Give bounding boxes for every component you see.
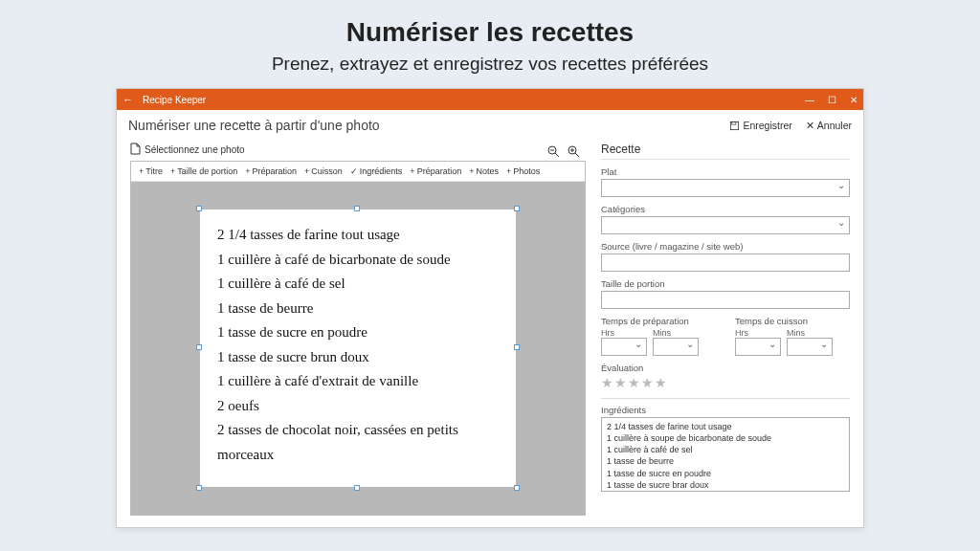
cancel-label: Annuler bbox=[817, 120, 852, 131]
plus-icon: + bbox=[139, 166, 144, 176]
page-title: Numériser une recette à partir d'une pho… bbox=[128, 118, 729, 133]
ingredients-label: Ingrédients bbox=[601, 398, 850, 415]
add-titre-button[interactable]: +Titre bbox=[139, 166, 163, 176]
photo-canvas[interactable]: 2 1/4 tasses de farine tout usage 1 cuil… bbox=[131, 182, 585, 515]
cook-mins-select[interactable] bbox=[787, 338, 833, 356]
crop-handle[interactable] bbox=[514, 206, 520, 211]
plus-icon: + bbox=[304, 166, 309, 176]
cook-hrs-select[interactable] bbox=[735, 338, 781, 356]
categories-label: Catégories bbox=[601, 204, 850, 214]
recipe-line: 2 tasses de chocolat noir, cassées en pe… bbox=[217, 418, 499, 467]
crop-handle[interactable] bbox=[196, 485, 202, 491]
close-button[interactable]: ✕ bbox=[850, 95, 858, 105]
ingredients-textarea[interactable]: 2 1/4 tasses de farine tout usage 1 cuil… bbox=[601, 417, 850, 492]
categories-select[interactable] bbox=[601, 216, 850, 234]
crop-handle[interactable] bbox=[514, 485, 520, 491]
portion-label: Taille de portion bbox=[601, 278, 850, 289]
mins-label: Mins bbox=[653, 328, 699, 338]
app-window: ← Recipe Keeper — ☐ ✕ Numériser une rece… bbox=[116, 88, 864, 528]
source-label: Source (livre / magazine / site web) bbox=[601, 241, 850, 252]
crop-handle[interactable] bbox=[196, 206, 202, 211]
crop-handle[interactable] bbox=[354, 485, 360, 491]
promo-subtitle: Prenez, extrayez et enregistrez vos rece… bbox=[0, 54, 980, 75]
ingredient-line: 1 cuillère à café de sel bbox=[607, 444, 844, 455]
plus-icon: + bbox=[410, 166, 414, 176]
plat-select[interactable] bbox=[601, 179, 850, 197]
recipe-line: 1 tasse de beurre bbox=[217, 297, 499, 321]
promo-title: Numériser les recettes bbox=[0, 17, 980, 48]
prep-hrs-select[interactable] bbox=[601, 338, 647, 356]
save-label: Enregistrer bbox=[743, 120, 791, 131]
recipe-line: 1 tasse de sucre en poudre bbox=[217, 320, 499, 345]
plus-icon: + bbox=[469, 166, 474, 176]
plus-icon: + bbox=[170, 166, 175, 176]
add-prep-button[interactable]: +Préparation bbox=[245, 166, 297, 176]
plus-icon: + bbox=[245, 166, 250, 176]
minimize-button[interactable]: — bbox=[805, 95, 814, 105]
source-input[interactable] bbox=[601, 253, 850, 272]
add-cuisson-button[interactable]: +Cuisson bbox=[304, 166, 343, 176]
ingredient-line: 1 cuillère à soupe de bicarbonate de sou… bbox=[607, 432, 844, 444]
mins-label: Mins bbox=[787, 328, 833, 338]
titlebar: ← Recipe Keeper — ☐ ✕ bbox=[117, 89, 863, 110]
zoom-out-button[interactable] bbox=[547, 145, 560, 161]
page-header: Numériser une recette à partir d'une pho… bbox=[117, 110, 863, 137]
scanned-photo[interactable]: 2 1/4 tasses de farine tout usage 1 cuil… bbox=[200, 209, 516, 487]
recipe-line: 1 cuillère à café de sel bbox=[217, 272, 499, 297]
recipe-form: Recette Plat Catégories Source (livre / … bbox=[595, 137, 863, 525]
ingredient-line: 1 tasse de beurre bbox=[607, 455, 844, 467]
recipe-line: 1 tasse de sucre brun doux bbox=[217, 345, 499, 370]
ingredient-line: 1 tasse de sucre en poudre bbox=[607, 468, 844, 479]
ingredient-line: 1 cuillère à café d'extrait de vanille bbox=[607, 491, 844, 492]
photo-area: +Titre +Taille de portion +Préparation +… bbox=[130, 161, 586, 516]
cook-time-label: Temps de cuisson bbox=[735, 316, 850, 326]
check-icon: ✓ bbox=[350, 166, 358, 176]
svg-line-3 bbox=[555, 153, 559, 157]
scan-panel: Sélectionnez une photo +Titre +Taille de… bbox=[117, 137, 595, 525]
hrs-label: Hrs bbox=[735, 328, 781, 338]
svg-line-6 bbox=[575, 153, 579, 157]
recipe-line: 1 cuillère à café de bicarbonate de soud… bbox=[217, 248, 499, 273]
crop-handle[interactable] bbox=[514, 344, 520, 350]
maximize-button[interactable]: ☐ bbox=[828, 95, 836, 105]
add-photos-button[interactable]: +Photos bbox=[506, 166, 540, 176]
plat-label: Plat bbox=[601, 166, 850, 177]
crop-handle[interactable] bbox=[196, 344, 202, 350]
ingredient-line: 2 1/4 tasses de farine tout usage bbox=[607, 421, 844, 432]
prep-time-label: Temps de préparation bbox=[601, 316, 716, 326]
extract-toolbar: +Titre +Taille de portion +Préparation +… bbox=[131, 162, 585, 182]
save-button[interactable]: Enregistrer bbox=[729, 120, 791, 131]
zoom-in-button[interactable] bbox=[568, 145, 580, 161]
save-icon bbox=[729, 121, 740, 131]
recipe-line: 2 1/4 tasses de farine tout usage bbox=[217, 223, 499, 248]
form-section-title: Recette bbox=[601, 143, 850, 160]
add-notes-button[interactable]: +Notes bbox=[469, 166, 499, 176]
app-title: Recipe Keeper bbox=[143, 95, 805, 105]
ingredient-line: 1 tasse de sucre brar doux bbox=[607, 479, 844, 491]
cancel-button[interactable]: ✕ Annuler bbox=[806, 120, 852, 131]
add-taille-button[interactable]: +Taille de portion bbox=[170, 166, 237, 176]
hrs-label: Hrs bbox=[601, 328, 647, 338]
back-button[interactable]: ← bbox=[122, 94, 133, 105]
close-icon: ✕ bbox=[806, 120, 814, 131]
recipe-line: 2 oeufs bbox=[217, 394, 499, 419]
add-ingredients-button[interactable]: ✓Ingrédients bbox=[350, 166, 403, 176]
rating-stars[interactable]: ★★★★★ bbox=[601, 375, 850, 390]
portion-input[interactable] bbox=[601, 291, 850, 309]
plus-icon: + bbox=[506, 166, 511, 176]
add-prep2-button[interactable]: +Préparation bbox=[410, 166, 461, 176]
prep-mins-select[interactable] bbox=[653, 338, 699, 356]
crop-handle[interactable] bbox=[354, 206, 360, 211]
recipe-line: 1 cuillère à café d'extrait de vanille bbox=[217, 369, 499, 394]
rating-label: Évaluation bbox=[601, 363, 850, 373]
